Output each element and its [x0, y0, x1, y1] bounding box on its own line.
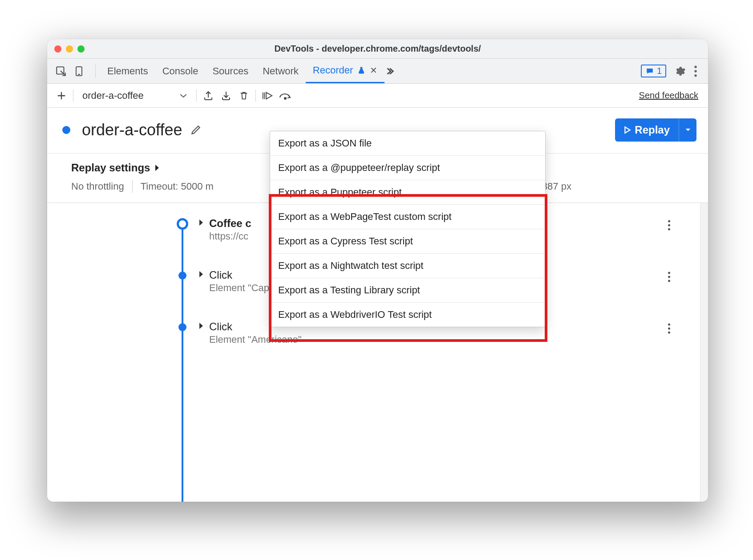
- new-recording-icon[interactable]: [53, 87, 70, 105]
- edit-name-icon[interactable]: [190, 124, 202, 136]
- window-titlebar: DevTools - developer.chrome.com/tags/dev…: [47, 39, 708, 59]
- step-replay-icon[interactable]: [259, 87, 276, 105]
- recording-status-dot: [62, 126, 70, 134]
- svg-point-14: [668, 272, 670, 274]
- devtools-window: DevTools - developer.chrome.com/tags/dev…: [47, 39, 708, 502]
- close-tab-icon[interactable]: ✕: [370, 65, 377, 76]
- export-testing-library[interactable]: Export as a Testing Library script: [270, 278, 545, 303]
- scrollbar[interactable]: [700, 203, 708, 502]
- recording-select[interactable]: order-a-coffee: [76, 90, 194, 101]
- tab-recorder[interactable]: Recorder ✕: [306, 59, 385, 83]
- tab-sources[interactable]: Sources: [205, 59, 255, 83]
- kebab-menu-icon[interactable]: [694, 65, 697, 77]
- expand-arrow-icon[interactable]: [198, 219, 204, 226]
- svg-point-16: [668, 280, 670, 282]
- export-icon[interactable]: [199, 87, 217, 105]
- export-puppeteer[interactable]: Export as a Puppeteer script: [270, 180, 545, 205]
- svg-point-5: [694, 74, 696, 77]
- timeline-node-solid: [178, 323, 186, 331]
- step-over-icon[interactable]: [276, 87, 294, 105]
- recorder-toolbar: order-a-coffee: [47, 84, 708, 108]
- recording-select-label: order-a-coffee: [82, 90, 144, 101]
- step-menu-icon[interactable]: [668, 323, 671, 334]
- tab-network[interactable]: Network: [255, 59, 306, 83]
- timeline-node-open: [177, 218, 188, 230]
- svg-point-10: [284, 97, 286, 99]
- device-toolbar-icon[interactable]: [74, 65, 85, 77]
- svg-point-12: [668, 224, 670, 227]
- svg-point-13: [668, 228, 670, 231]
- recording-title: order-a-coffee: [82, 121, 182, 139]
- svg-point-4: [694, 70, 696, 72]
- timeout-value[interactable]: Timeout: 5000 m: [141, 181, 214, 192]
- messages-badge[interactable]: 1: [641, 65, 666, 77]
- step-menu-icon[interactable]: [668, 272, 671, 282]
- chevron-down-icon: [179, 93, 187, 98]
- gear-icon[interactable]: [674, 65, 686, 77]
- svg-point-18: [668, 328, 670, 330]
- flask-icon: [357, 66, 365, 75]
- export-puppeteer-replay[interactable]: Export as a @puppeteer/replay script: [270, 156, 545, 180]
- inspect-icon[interactable]: [55, 65, 67, 77]
- expand-arrow-icon[interactable]: [198, 322, 204, 329]
- svg-point-11: [668, 220, 670, 223]
- replay-button[interactable]: Replay: [615, 118, 679, 142]
- send-feedback-link[interactable]: Send feedback: [639, 90, 703, 101]
- export-cypress[interactable]: Export as a Cypress Test script: [270, 229, 545, 254]
- svg-point-17: [668, 324, 670, 326]
- window-title: DevTools - developer.chrome.com/tags/dev…: [47, 44, 708, 54]
- replay-options-caret[interactable]: [679, 118, 696, 142]
- tab-console[interactable]: Console: [155, 59, 206, 83]
- step-menu-icon[interactable]: [668, 220, 671, 231]
- export-webpagetest[interactable]: Export as a WebPageTest custom script: [270, 205, 545, 229]
- timeline-line: [182, 223, 183, 502]
- svg-point-3: [694, 65, 696, 68]
- import-icon[interactable]: [217, 87, 235, 105]
- expand-arrow-icon[interactable]: [198, 271, 204, 278]
- panel-tabstrip: Elements Console Sources Network Recorde…: [47, 59, 708, 84]
- svg-point-19: [668, 332, 670, 334]
- export-webdriverio[interactable]: Export as a WebdriverIO Test script: [270, 303, 545, 327]
- export-json[interactable]: Export as a JSON file: [270, 131, 545, 156]
- timeline-node-solid: [178, 272, 186, 280]
- tab-elements[interactable]: Elements: [100, 59, 155, 83]
- svg-point-15: [668, 276, 670, 278]
- throttling-value[interactable]: No throttling: [71, 181, 124, 192]
- export-nightwatch[interactable]: Export as a Nightwatch test script: [270, 254, 545, 278]
- delete-icon[interactable]: [235, 87, 253, 105]
- export-menu: Export as a JSON file Export as a @puppe…: [270, 131, 546, 327]
- tabs-overflow-icon[interactable]: [385, 66, 398, 76]
